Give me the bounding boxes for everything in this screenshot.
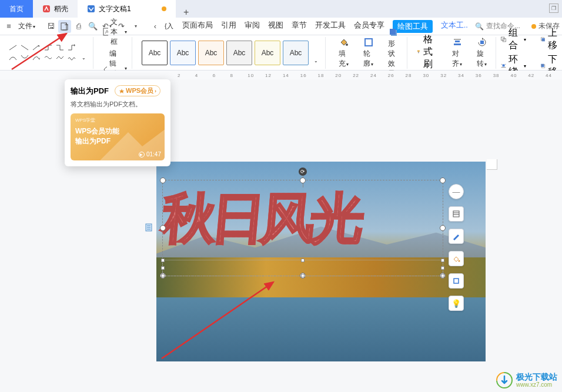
move-up-button[interactable]: 上移 bbox=[540, 27, 560, 52]
ihandle[interactable] bbox=[161, 274, 165, 277]
daoqiao-icon bbox=[42, 5, 51, 13]
float-crop-button[interactable] bbox=[449, 273, 464, 289]
tab-view[interactable]: 视图 bbox=[268, 20, 283, 33]
ihandle[interactable] bbox=[301, 274, 305, 277]
handle-tr[interactable] bbox=[440, 177, 446, 183]
fill-button[interactable]: 填充▾ bbox=[335, 37, 353, 69]
tab-references[interactable]: 引用 bbox=[221, 20, 236, 33]
ihandle[interactable] bbox=[161, 259, 165, 262]
style-preset-6[interactable]: Abc bbox=[283, 41, 309, 65]
tab-text-tools[interactable]: 文本工.. bbox=[441, 20, 468, 33]
tooltip-thumb-text: WPS会员功能 输出为PDF bbox=[75, 126, 119, 146]
float-collapse-button[interactable]: — bbox=[449, 184, 464, 199]
shape-line2-icon[interactable] bbox=[20, 43, 29, 52]
rotate-handle[interactable]: ⟳ bbox=[299, 167, 307, 176]
ihandle[interactable] bbox=[441, 259, 444, 262]
float-layout-button[interactable] bbox=[449, 206, 464, 222]
play-icon: ▶ bbox=[139, 152, 145, 158]
ruler-tick: 26 bbox=[388, 73, 404, 78]
style-preset-2[interactable]: Abc bbox=[170, 41, 196, 65]
style-more-icon[interactable]: ⌄ bbox=[311, 57, 320, 65]
print-icon[interactable]: ⎙ bbox=[72, 20, 85, 33]
outline-button[interactable]: 轮廓▾ bbox=[360, 37, 377, 69]
ruler-tick: 6 bbox=[213, 73, 229, 78]
search-icon: 🔍 bbox=[475, 22, 484, 31]
svg-marker-45 bbox=[119, 89, 124, 93]
dropdown-icon[interactable]: ▾ bbox=[129, 20, 142, 33]
style-preset-1[interactable]: Abc bbox=[142, 41, 168, 65]
handle-mr[interactable] bbox=[440, 225, 446, 231]
format-painter-button[interactable]: 格式刷 bbox=[417, 33, 437, 71]
handle-ml[interactable] bbox=[160, 225, 166, 231]
shape-more-icon[interactable]: ⌄ bbox=[79, 53, 88, 62]
svg-rect-18 bbox=[455, 41, 460, 42]
float-pen-button[interactable] bbox=[449, 229, 464, 244]
float-fill-button[interactable] bbox=[449, 251, 464, 266]
menu-bar: ≡ 文件▾ 🖫 ⎙ 🔍 ↶▾ ↷ ▾ ‹ {入 页面布局 引用 审阅 视图 章节… bbox=[0, 18, 562, 35]
tab-document[interactable]: 文字文稿1 bbox=[78, 0, 176, 18]
float-toolbar: — 💡 bbox=[449, 184, 464, 311]
shape-elbow-arrow-icon[interactable] bbox=[67, 43, 76, 52]
tab-page-layout[interactable]: 页面布局 bbox=[182, 20, 213, 33]
ruler-tick: 44 bbox=[546, 73, 562, 78]
ruler-tick: 36 bbox=[476, 73, 492, 78]
tooltip-thumb-label: WPS学堂 bbox=[75, 117, 95, 123]
wps-vip-badge[interactable]: WPS会员 › bbox=[115, 85, 160, 96]
insert-start[interactable]: {入 bbox=[163, 22, 175, 31]
handle-tl[interactable] bbox=[160, 177, 166, 183]
textbox-button[interactable]: A 文本框▾ bbox=[103, 17, 127, 47]
file-menu[interactable]: 文件▾ bbox=[16, 21, 37, 31]
ihandle[interactable] bbox=[441, 266, 444, 270]
export-pdf-icon[interactable] bbox=[58, 20, 71, 33]
ruler-tick: 16 bbox=[300, 73, 317, 78]
tab-daoqiao[interactable]: 稻壳 bbox=[33, 0, 78, 18]
preview-icon[interactable]: 🔍 bbox=[86, 20, 99, 33]
shape-free2-icon[interactable] bbox=[55, 53, 65, 62]
collapse-ribbon-icon[interactable]: ‹ bbox=[149, 20, 162, 33]
tooltip-desc: 将文档输出为PDF文档。 bbox=[71, 100, 165, 109]
svg-rect-28 bbox=[542, 38, 545, 41]
shape-elbow-icon[interactable] bbox=[44, 43, 53, 52]
shape-elbow2-icon[interactable] bbox=[55, 43, 65, 52]
tab-home[interactable]: 首页 bbox=[0, 0, 33, 18]
tooltip-title: 输出为PDF WPS会员 › bbox=[71, 85, 165, 96]
shape-line-icon[interactable] bbox=[8, 43, 18, 52]
shape-arrow-icon[interactable] bbox=[32, 43, 41, 52]
svg-rect-2 bbox=[61, 23, 66, 30]
shape-scribble-icon[interactable] bbox=[67, 53, 76, 62]
svg-rect-19 bbox=[454, 43, 461, 45]
align-icon bbox=[452, 37, 463, 48]
menu-hamburger-icon[interactable]: ≡ bbox=[2, 20, 15, 33]
new-tab-button[interactable]: + bbox=[176, 7, 197, 18]
inner-selection[interactable] bbox=[162, 260, 443, 276]
shape-free1-icon[interactable] bbox=[44, 53, 53, 62]
tooltip-video-thumb[interactable]: WPS学堂 WPS会员功能 输出为PDF ▶ 01:47 bbox=[71, 113, 165, 160]
ihandle[interactable] bbox=[301, 259, 305, 262]
rotate-button[interactable]: 旋转▾ bbox=[473, 37, 491, 69]
ruler-tick: 40 bbox=[510, 73, 527, 78]
styles-group: Abc Abc Abc Abc Abc Abc ⌄ bbox=[137, 37, 326, 69]
tab-review[interactable]: 审阅 bbox=[245, 20, 260, 33]
shape-curve-icon[interactable] bbox=[8, 53, 18, 62]
svg-marker-20 bbox=[482, 38, 483, 40]
shape-curve-arrow-icon[interactable] bbox=[32, 53, 41, 62]
svg-marker-8 bbox=[39, 58, 40, 60]
group-button[interactable]: 组合▾ bbox=[501, 27, 526, 52]
ruler-tick: 24 bbox=[370, 73, 387, 78]
style-preset-4[interactable]: Abc bbox=[226, 41, 252, 65]
float-idea-button[interactable]: 💡 bbox=[449, 296, 464, 311]
svg-point-39 bbox=[459, 260, 460, 262]
tab-chapter[interactable]: 章节 bbox=[292, 20, 307, 33]
vip-icon bbox=[119, 88, 125, 94]
align-button[interactable]: 对齐▾ bbox=[449, 37, 466, 69]
textbox-group: A 文本框▾ 编辑形状▾ bbox=[98, 37, 132, 69]
window-icon[interactable]: ❐ bbox=[549, 4, 558, 13]
ihandle[interactable] bbox=[161, 266, 165, 270]
save-icon[interactable]: 🖫 bbox=[44, 20, 57, 33]
modified-dot-icon bbox=[162, 6, 166, 11]
ihandle[interactable] bbox=[441, 274, 444, 277]
handle-tm[interactable] bbox=[300, 177, 306, 183]
style-preset-3[interactable]: Abc bbox=[198, 41, 224, 65]
shape-curve2-icon[interactable] bbox=[20, 53, 29, 62]
style-preset-5[interactable]: Abc bbox=[255, 41, 280, 65]
